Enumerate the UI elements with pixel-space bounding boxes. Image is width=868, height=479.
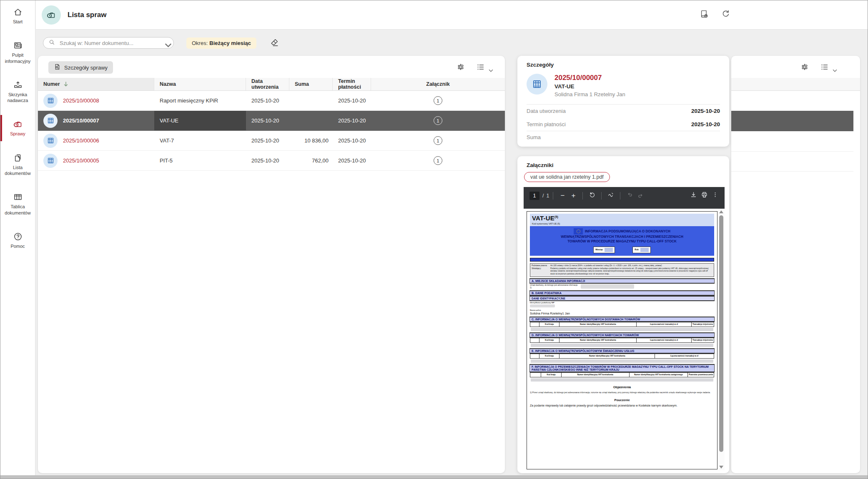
attachment-count-badge: 1 xyxy=(434,116,442,125)
scrollbar-thumb[interactable] xyxy=(719,215,723,452)
pdf-table-e-header: Kod kraju Numer identyfikacyjny VAT kont… xyxy=(530,354,714,359)
search-scope-chevron-icon[interactable] xyxy=(165,42,169,45)
zoom-out-button[interactable]: − xyxy=(557,190,568,201)
pdf-page-separator: / xyxy=(542,193,544,199)
download-button[interactable] xyxy=(688,190,699,201)
zoom-in-button[interactable]: + xyxy=(568,190,579,201)
pdf-viewer: 1 / 1 − + xyxy=(524,187,725,470)
sort-descending-icon xyxy=(63,81,68,87)
sidebar-item-pulpit-informacyjny[interactable]: Pulpit informacyjny xyxy=(0,39,35,66)
case-type-icon xyxy=(43,134,58,148)
page-title: Lista spraw xyxy=(68,11,107,19)
pdf-table-f-header: Kod kraju Numer identyfikacyjny VAT kont… xyxy=(530,372,714,377)
details-field-label: Data utworzenia xyxy=(527,108,566,114)
attachment-count-badge: 1 xyxy=(434,96,442,105)
case-clock-icon xyxy=(13,119,23,129)
sidebar-item-pomoc[interactable]: Pomoc xyxy=(0,230,35,251)
sidebar-item-lista-dokumentow[interactable]: Lista dokumentów xyxy=(0,151,35,178)
column-header-zalacznik[interactable]: Załącznik xyxy=(371,78,505,90)
case-details-button[interactable]: Szczegóły sprawy xyxy=(48,61,113,74)
sidebar-item-label: Skrzynka nadawcza xyxy=(2,92,34,104)
user-guide-button[interactable] xyxy=(699,9,710,20)
sidebar-item-tablica-dokumentow[interactable]: Tablica dokumentów xyxy=(0,190,35,217)
column-visibility-button[interactable] xyxy=(475,62,486,73)
undo-button[interactable] xyxy=(624,190,635,201)
column-header-termin-platnosci[interactable]: Termin płatności xyxy=(333,78,371,90)
pen-squiggle-icon xyxy=(607,191,615,200)
pdf-page: VAT-UE(5) Kod systemowy VAT-UE (5) INFOR… xyxy=(527,211,717,469)
newspaper-icon xyxy=(13,40,23,50)
pdf-system-code: Kod systemowy VAT-UE (5) xyxy=(532,222,712,225)
pdf-section-b: B. DANE PODATNIKA xyxy=(530,291,714,295)
pdf-nip-label: Identyfikator podatkowy NIP xyxy=(530,302,714,304)
column-header-label: Data utworzenia xyxy=(251,78,289,90)
details-field-value: 2025-10-20 xyxy=(691,121,720,127)
pdf-fullname-label: Nazwa pełna xyxy=(530,309,714,311)
pdf-table-c-header: Kod kraju Numer identyfikacyjny VAT kont… xyxy=(530,322,714,327)
case-number: 2025/10/00007 xyxy=(63,117,99,124)
table-row-selected[interactable] xyxy=(731,111,853,131)
column-header-data-utworzenia[interactable]: Data utworzenia xyxy=(246,78,289,90)
column-visibility-button[interactable] xyxy=(819,62,830,73)
board-grid-icon xyxy=(13,192,23,202)
search-input-wrapper xyxy=(43,37,174,49)
column-visibility-chevron-icon[interactable] xyxy=(489,66,493,69)
table-row[interactable]: 2025/10/00006 VAT-7 2025-10-20 10 836,00… xyxy=(38,131,505,151)
scroll-down-arrow[interactable] xyxy=(719,466,723,469)
column-header-numer[interactable]: Numer xyxy=(38,78,154,90)
cell-suma: 10 836,00 xyxy=(289,131,333,150)
column-visibility-chevron-icon[interactable] xyxy=(833,66,837,69)
year-field: Rok xyxy=(632,247,650,253)
table-row[interactable]: 2025/10/00008 Raport miesięczny KPiR 202… xyxy=(38,91,505,111)
sidebar-item-label: Pomoc xyxy=(2,243,34,249)
period-filter-value: Bieżący miesiąc xyxy=(209,40,251,46)
print-button[interactable] xyxy=(699,190,710,201)
cases-module-icon xyxy=(42,5,61,25)
rotate-button[interactable] xyxy=(587,190,597,201)
refresh-button[interactable] xyxy=(720,9,731,20)
cell-data-utworzenia: 2025-10-20 xyxy=(246,111,289,130)
clear-filters-button[interactable] xyxy=(269,37,280,48)
table-settings-button[interactable] xyxy=(799,62,810,73)
column-header-nazwa[interactable]: Nazwa xyxy=(154,78,246,90)
scroll-up-arrow[interactable] xyxy=(719,210,723,213)
cell-data-utworzenia: 2025-10-20 xyxy=(246,151,289,170)
rotate-icon xyxy=(589,191,596,200)
attachment-file-chip[interactable]: vat ue solidna jan rzetelny 1.pdf xyxy=(524,172,610,182)
cell-numer: 2025/10/00005 xyxy=(38,151,154,170)
cell-data-utworzenia: 2025-10-20 xyxy=(246,131,289,150)
pdf-section-f: F. INFORMACJA O PRZEMIESZCZENIACH TOWARÓ… xyxy=(530,364,714,372)
month-field: Miesiąc xyxy=(593,247,615,253)
cell-data-utworzenia: 2025-10-20 xyxy=(246,91,289,110)
more-options-button[interactable] xyxy=(710,190,720,201)
redacted-row xyxy=(531,344,713,347)
redo-button[interactable] xyxy=(635,190,646,201)
case-details-card: Szczegóły 2025/10/00007 VAT-UE Solidna F… xyxy=(517,56,729,147)
annotate-button[interactable] xyxy=(605,190,616,201)
column-header-label: Załącznik xyxy=(426,81,449,87)
background-list-panel xyxy=(731,56,860,473)
eu-flag-icon xyxy=(574,228,583,235)
table-row[interactable]: 2025/10/00005 PIT-5 2025-10-20 762,00 20… xyxy=(38,151,505,171)
pdf-page-input[interactable]: 1 xyxy=(529,192,539,200)
redacted-row xyxy=(531,328,713,331)
period-filter-chip[interactable]: Okres: Bieżący miesiąc xyxy=(186,37,256,49)
table-row-selected[interactable]: 2025/10/00007 VAT-UE 2025-10-20 2025-10-… xyxy=(38,111,505,131)
cell-termin-platnosci: 2025-10-20 xyxy=(333,111,371,130)
redacted-row xyxy=(531,378,713,382)
search-input[interactable] xyxy=(60,40,161,46)
sidebar-item-sprawy[interactable]: Sprawy xyxy=(0,117,35,138)
row-divider xyxy=(731,151,853,152)
table-header-row: Numer Nazwa Data utworzenia Suma Termin … xyxy=(38,78,505,91)
pdf-divider-bar xyxy=(530,258,714,262)
case-number: 2025/10/00005 xyxy=(63,157,99,164)
sidebar-item-skrzynka-nadawcza[interactable]: Skrzynka nadawcza xyxy=(0,78,35,105)
pdf-office-row: Urząd skarbowy, do którego jest adresowa… xyxy=(530,284,714,289)
table-settings-button[interactable] xyxy=(455,62,466,73)
cell-termin-platnosci: 2025-10-20 xyxy=(333,131,371,150)
pdf-notes-title: Objaśnienia xyxy=(530,385,714,389)
sidebar-item-start[interactable]: Start xyxy=(0,5,35,26)
column-header-suma[interactable]: Suma xyxy=(289,78,333,90)
cell-zalacznik: 1 xyxy=(371,131,505,150)
table-row[interactable] xyxy=(731,91,853,111)
